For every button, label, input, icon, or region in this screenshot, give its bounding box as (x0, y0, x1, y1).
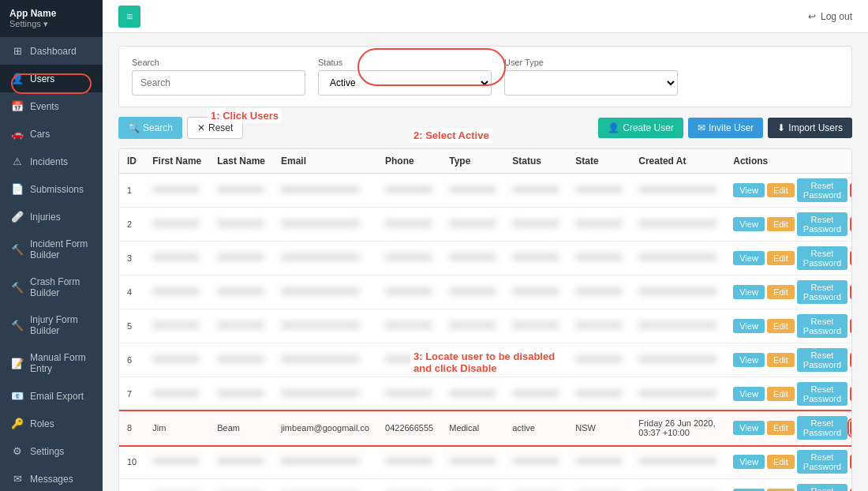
action-bar-right: 👤 Create User ✉ Invite User ⬇ Import Use… (598, 118, 852, 138)
status-select[interactable]: Active -- Inactive Disabled (318, 70, 492, 96)
col-email: Email (273, 149, 377, 174)
sidebar-item-email-export[interactable]: 📧 Email Export (0, 382, 103, 410)
status-label: Status (318, 58, 492, 67)
invite-user-button[interactable]: ✉ Invite User (688, 118, 763, 138)
hamburger-button[interactable]: ≡ (118, 6, 140, 28)
sidebar-item-label: Settings (30, 446, 64, 457)
disable-button[interactable]: Disable (850, 455, 852, 469)
table-row: 5 ViewEditReset PasswordDisable (119, 309, 852, 343)
sidebar-item-injury-form-builder[interactable]: 🔨 Injury Form Builder (0, 306, 103, 344)
status-group: Status Active -- Inactive Disabled (318, 58, 492, 96)
edit-button[interactable]: Edit (767, 251, 795, 265)
sidebar-item-label: Crash Form Builder (30, 276, 92, 298)
view-button[interactable]: View (733, 353, 765, 367)
reset-password-button[interactable]: Reset Password (797, 212, 847, 236)
sidebar-item-cars[interactable]: 🚗 Cars (0, 120, 103, 148)
sidebar-item-label: Users (30, 73, 54, 84)
filter-bar: Search Status Active -- Inactive Disable… (118, 46, 852, 107)
users-table: ID First Name Last Name Email Phone Type… (119, 149, 852, 491)
settings-link[interactable]: Settings ▾ (9, 19, 93, 29)
sidebar-item-incident-form-builder[interactable]: 🔨 Incident Form Builder (0, 231, 103, 268)
row-actions: ViewEditReset PasswordDisable (733, 382, 852, 406)
create-user-label: Create User (623, 122, 674, 133)
sidebar-item-label: Messages (30, 474, 73, 485)
table-row: 7 ViewEditReset PasswordDisable (119, 377, 852, 411)
reset-password-button[interactable]: Reset Password (797, 416, 847, 440)
reset-password-button[interactable]: Reset Password (797, 450, 847, 474)
edit-button[interactable]: Edit (767, 387, 795, 401)
table-row: 2 ViewEditReset PasswordDisable (119, 208, 852, 242)
view-button[interactable]: View (733, 387, 765, 401)
col-phone: Phone (377, 149, 441, 174)
view-button[interactable]: View (733, 455, 765, 469)
col-type: Type (441, 149, 504, 174)
search-btn-icon: 🔍 (128, 122, 140, 133)
create-user-button[interactable]: 👤 Create User (598, 118, 683, 138)
search-label: Search (132, 58, 305, 67)
disable-button[interactable]: Disable (850, 183, 852, 197)
reset-button[interactable]: ✕ Reset (187, 117, 243, 139)
disable-button[interactable]: Disable (850, 251, 852, 265)
search-input[interactable] (132, 70, 305, 96)
sidebar-item-users[interactable]: 👤 Users (0, 65, 103, 92)
edit-button[interactable]: Edit (767, 353, 795, 367)
usertype-select[interactable]: Medical Admin Standard (504, 70, 678, 96)
disable-button[interactable]: Disable (850, 353, 852, 367)
events-icon: 📅 (11, 100, 24, 112)
sidebar-item-messages[interactable]: ✉ Messages (0, 465, 103, 491)
edit-button[interactable]: Edit (767, 455, 795, 469)
edit-button[interactable]: Edit (767, 183, 795, 197)
sidebar-nav: ⊞ Dashboard 👤 Users 📅 Events 🚗 Cars ⚠ In… (0, 37, 103, 491)
view-button[interactable]: View (733, 319, 765, 333)
sidebar-item-incidents[interactable]: ⚠ Incidents (0, 148, 103, 175)
edit-button[interactable]: Edit (767, 421, 795, 435)
cars-icon: 🚗 (11, 128, 24, 140)
row-actions: ViewEditReset PasswordDisable (733, 416, 852, 440)
reset-password-button[interactable]: Reset Password (797, 382, 847, 406)
reset-password-button[interactable]: Reset Password (797, 280, 847, 304)
invite-user-icon: ✉ (698, 122, 705, 133)
disable-button[interactable]: Disable (850, 285, 852, 299)
sidebar-item-dashboard[interactable]: ⊞ Dashboard (0, 37, 103, 65)
sidebar-item-injuries[interactable]: 🩹 Injuries (0, 203, 103, 231)
reset-password-button[interactable]: Reset Password (797, 348, 847, 372)
search-button[interactable]: 🔍 Search (118, 117, 182, 139)
sidebar-item-label: Incident Form Builder (30, 238, 92, 260)
disable-button[interactable]: Disable (850, 319, 852, 333)
sidebar-item-roles[interactable]: 🔑 Roles (0, 410, 103, 437)
logout-button[interactable]: ↩ Log out (808, 11, 852, 22)
view-button[interactable]: View (733, 421, 765, 435)
row-actions: ViewEditReset PasswordDisable (733, 178, 852, 202)
reset-btn-icon: ✕ (197, 122, 205, 133)
sidebar-item-label: Manual Form Entry (30, 352, 92, 374)
edit-button[interactable]: Edit (767, 217, 795, 231)
logout-label: Log out (821, 11, 852, 22)
view-button[interactable]: View (733, 217, 765, 231)
sidebar-item-submissions[interactable]: 📄 Submissions (0, 175, 103, 203)
col-last-name: Last Name (209, 149, 273, 174)
view-button[interactable]: View (733, 251, 765, 265)
reset-password-button[interactable]: Reset Password (797, 314, 847, 338)
reset-password-button[interactable]: Reset Password (797, 246, 847, 270)
disable-button[interactable]: Disable (850, 421, 852, 435)
sidebar-item-label: Cars (30, 129, 50, 140)
sidebar-item-events[interactable]: 📅 Events (0, 92, 103, 120)
edit-button[interactable]: Edit (767, 285, 795, 299)
disable-button[interactable]: Disable (850, 387, 852, 401)
reset-password-button[interactable]: Reset Password (797, 484, 847, 491)
edit-button[interactable]: Edit (767, 319, 795, 333)
sidebar-item-crash-form-builder[interactable]: 🔨 Crash Form Builder (0, 268, 103, 306)
import-users-button[interactable]: ⬇ Import Users (768, 118, 852, 138)
manual-form-entry-icon: 📝 (11, 358, 24, 369)
reset-btn-label: Reset (208, 122, 233, 133)
reset-password-button[interactable]: Reset Password (797, 178, 847, 202)
dashboard-icon: ⊞ (11, 45, 24, 57)
view-button[interactable]: View (733, 285, 765, 299)
disable-button[interactable]: Disable (850, 217, 852, 231)
view-button[interactable]: View (733, 183, 765, 197)
row-actions: ViewEditReset PasswordDisable (733, 314, 852, 338)
sidebar-item-settings[interactable]: ⚙ Settings (0, 437, 103, 465)
col-actions: Actions (725, 149, 852, 174)
sidebar-item-manual-form-entry[interactable]: 📝 Manual Form Entry (0, 344, 103, 382)
incidents-icon: ⚠ (11, 156, 24, 167)
